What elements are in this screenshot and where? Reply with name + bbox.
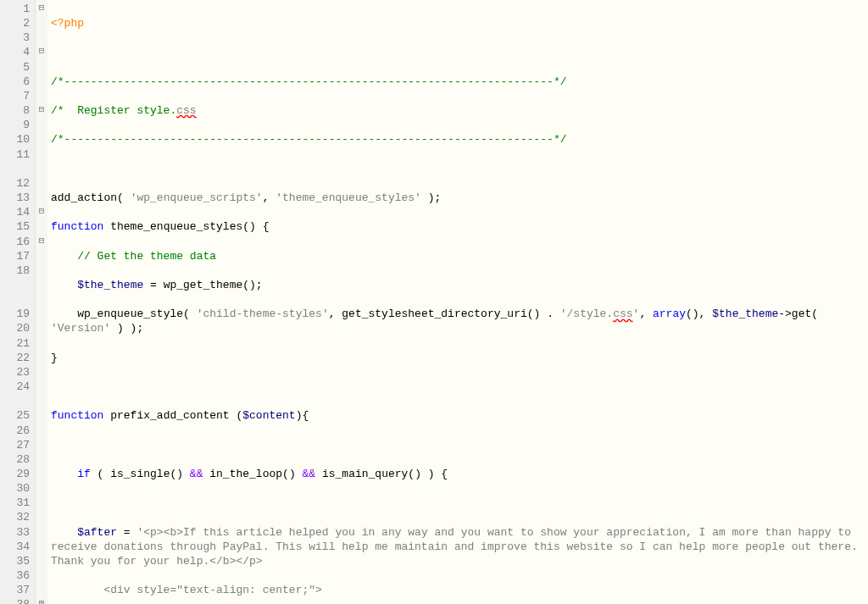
fold-spacer [36, 147, 47, 162]
line-number: 13 [0, 191, 30, 205]
fold-spacer [36, 554, 47, 568]
line-number: 6 [0, 75, 30, 89]
fold-spacer [36, 321, 47, 335]
func-call: add_action [51, 191, 117, 204]
fold-spacer [36, 351, 47, 365]
fold-column [36, 0, 47, 604]
line-number: 12 [0, 176, 30, 191]
fold-spacer [36, 89, 47, 103]
line-number: 15 [0, 219, 30, 234]
fold-spacer [36, 176, 47, 191]
fold-spacer [36, 380, 47, 394]
fold-spacer [36, 75, 47, 89]
fold-spacer [36, 263, 47, 278]
line-number: 16 [0, 235, 30, 249]
fold-spacer [36, 60, 47, 75]
line-number: 8 [0, 103, 30, 118]
fold-spacer [36, 16, 47, 30]
line-number: 33 [0, 525, 30, 540]
line-number: 19 [0, 307, 30, 321]
line-number: 18 [0, 263, 30, 278]
line-number: 2 [0, 16, 30, 30]
line-number-gutter: 1234567891011 12131415161718 19202122232… [0, 0, 36, 604]
line-number: 22 [0, 351, 30, 365]
line-number: 9 [0, 118, 30, 132]
fold-spacer [36, 540, 47, 554]
fold-spacer [36, 525, 47, 540]
comment: /* Register style. [51, 104, 176, 117]
fold-toggle-icon[interactable] [36, 205, 47, 219]
comment: /*--------------------------------------… [51, 133, 567, 146]
line-number: 24 [0, 380, 30, 394]
line-number: 36 [0, 568, 30, 583]
code-area[interactable]: <?php /*--------------------------------… [47, 0, 868, 604]
line-number: 27 [0, 438, 30, 452]
line-number: 31 [0, 496, 30, 510]
line-number: 7 [0, 89, 30, 103]
fold-spacer [36, 307, 47, 321]
line-number: 30 [0, 481, 30, 496]
fold-spacer [36, 408, 47, 423]
fold-spacer [36, 118, 47, 132]
fold-spacer [36, 424, 47, 438]
line-number: 17 [0, 249, 30, 263]
line-number: 5 [0, 60, 30, 75]
comment: /*--------------------------------------… [51, 75, 567, 88]
fold-spacer [36, 467, 47, 481]
fold-spacer [36, 438, 47, 452]
fold-toggle-icon[interactable] [36, 2, 47, 16]
fold-toggle-icon[interactable] [36, 235, 47, 249]
fold-toggle-icon[interactable] [36, 103, 47, 118]
fold-spacer [36, 336, 47, 351]
fold-spacer [36, 510, 47, 524]
fold-spacer [36, 452, 47, 467]
line-number: 26 [0, 424, 30, 438]
fold-spacer [36, 568, 47, 583]
fold-spacer [36, 132, 47, 147]
line-number: 14 [0, 205, 30, 219]
line-number: 21 [0, 336, 30, 351]
php-open-tag: <?php [51, 17, 84, 30]
line-number: 10 [0, 132, 30, 147]
line-number: 11 [0, 147, 30, 162]
keyword-function: function [51, 220, 110, 233]
line-number: 20 [0, 321, 30, 335]
fold-toggle-icon[interactable] [36, 597, 47, 604]
line-number: 25 [0, 408, 30, 423]
line-number: 38 [0, 597, 30, 604]
line-number: 1 [0, 2, 30, 16]
line-number: 37 [0, 583, 30, 597]
fold-toggle-icon[interactable] [36, 45, 47, 59]
line-number: 35 [0, 554, 30, 568]
string-literal: '<p><b>If this article helped you in any… [51, 526, 865, 568]
line-number: 32 [0, 510, 30, 524]
line-number: 34 [0, 540, 30, 554]
fold-spacer [36, 30, 47, 45]
fold-spacer [36, 496, 47, 510]
fold-spacer [36, 365, 47, 380]
fold-spacer [36, 249, 47, 263]
line-number: 23 [0, 365, 30, 380]
comment: // Get the theme data [51, 250, 216, 263]
line-number: 28 [0, 452, 30, 467]
fold-spacer [36, 583, 47, 597]
fold-spacer [36, 191, 47, 205]
line-number: 29 [0, 467, 30, 481]
line-number: 3 [0, 30, 30, 45]
fold-spacer [36, 219, 47, 234]
line-number: 4 [0, 45, 30, 59]
fold-spacer [36, 481, 47, 496]
spell-error: css [176, 104, 196, 117]
